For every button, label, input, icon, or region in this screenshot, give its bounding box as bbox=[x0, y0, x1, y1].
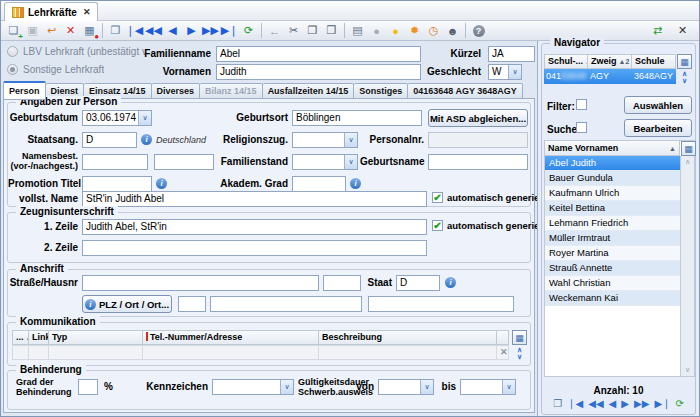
paste-icon[interactable]: ❒ bbox=[322, 22, 341, 40]
new-record-icon[interactable]: ❏+ bbox=[4, 22, 23, 40]
nav-prev-icon[interactable]: ◀ bbox=[609, 398, 617, 409]
name-list-item[interactable]: Lehmann Friedrich bbox=[545, 216, 680, 231]
delete-row-icon[interactable]: ✕ bbox=[500, 347, 508, 357]
komm-col-link[interactable]: Link bbox=[29, 330, 49, 345]
nav-col-zweig[interactable]: Zweig▲2 bbox=[588, 54, 632, 69]
staatsang-field[interactable]: D bbox=[82, 132, 137, 148]
komm-cell[interactable] bbox=[319, 345, 497, 360]
nav-prev-icon[interactable]: ◀ bbox=[163, 22, 182, 40]
religionszug-dropdown[interactable]: ∨ bbox=[292, 132, 358, 148]
namensbest-vor-field[interactable] bbox=[82, 154, 148, 170]
zeile2-field[interactable] bbox=[82, 240, 427, 256]
chevron-down-icon[interactable]: ∨ bbox=[508, 65, 521, 79]
checkbox-checked-icon[interactable]: ✔ bbox=[432, 192, 443, 203]
kuerzel-field[interactable]: JA bbox=[488, 46, 535, 62]
staat-field[interactable]: D bbox=[396, 275, 440, 291]
refresh-icon[interactable]: ⟳ bbox=[675, 398, 683, 409]
help-icon[interactable]: ? bbox=[469, 22, 488, 40]
alarm-icon[interactable]: ◷ bbox=[424, 22, 443, 40]
tab-04163648-agy-3648agy[interactable]: 04163648 AGY 3648AGY bbox=[408, 83, 523, 99]
chevron-down-icon[interactable]: ∨ bbox=[138, 111, 151, 125]
spin-down-icon[interactable]: ∨ bbox=[682, 77, 687, 84]
komm-col-typ[interactable]: Typ bbox=[49, 330, 143, 345]
tab-person[interactable]: Person bbox=[3, 81, 46, 100]
plz-field[interactable] bbox=[178, 296, 206, 312]
table-view-icon[interactable]: ▦ bbox=[512, 330, 527, 345]
nav-prev-fast-icon[interactable]: ◀◀ bbox=[588, 398, 603, 409]
komm-cell[interactable] bbox=[49, 345, 143, 360]
name-list-header[interactable]: Name Vornamen ▲ bbox=[545, 141, 680, 156]
table-view-icon[interactable]: ▦ bbox=[677, 54, 692, 69]
name-list-item[interactable]: Strauß Annette bbox=[545, 261, 680, 276]
chevron-down-icon[interactable]: ∨ bbox=[344, 133, 357, 147]
nav-last-icon[interactable]: ▶❘ bbox=[220, 22, 239, 40]
hausnr-field[interactable] bbox=[323, 275, 361, 291]
vollname-field[interactable]: StR'in Judith Abel bbox=[82, 191, 427, 207]
undo-icon[interactable]: ↩ bbox=[42, 22, 61, 40]
name-list-item[interactable]: Müller Irmtraut bbox=[545, 231, 680, 246]
document-tab-close-icon[interactable]: ✕ bbox=[83, 7, 91, 17]
name-list-item[interactable]: Bauer Gundula bbox=[545, 171, 680, 186]
tab-sonstiges[interactable]: Sonstiges bbox=[354, 83, 408, 99]
komm-cell[interactable] bbox=[29, 345, 49, 360]
nav-next-fast-icon[interactable]: ▶▶ bbox=[201, 22, 220, 40]
spin-up-icon[interactable]: ∧ bbox=[517, 346, 522, 353]
preview-icon[interactable]: ● bbox=[367, 22, 386, 40]
geburtsname-field[interactable] bbox=[428, 154, 528, 170]
nav-row-spinner[interactable]: ∧ ∨ bbox=[679, 70, 690, 84]
print-icon[interactable]: ▤ bbox=[348, 22, 367, 40]
auto-generieren-checkbox[interactable]: ✔ automatisch generieren bbox=[432, 220, 554, 231]
komm-col-sort[interactable]: ...▲ bbox=[12, 330, 29, 345]
back-arrow-icon[interactable]: ← bbox=[265, 22, 284, 40]
nav-col-schule[interactable]: Schule bbox=[632, 54, 676, 69]
grad-field[interactable] bbox=[78, 379, 98, 395]
auto-generieren-checkbox[interactable]: ✔ automatisch generieren bbox=[432, 192, 554, 203]
cut-icon[interactable]: ✂ bbox=[284, 22, 303, 40]
chevron-down-icon[interactable]: ∨ bbox=[420, 380, 433, 394]
copy-icon[interactable]: ❐ bbox=[303, 22, 322, 40]
komm-cell[interactable] bbox=[12, 345, 29, 360]
row-spinner[interactable]: ∧ ∨ bbox=[514, 346, 525, 360]
familienstand-dropdown[interactable]: ∨ bbox=[292, 154, 358, 170]
plz-ort-button[interactable]: i PLZ / Ort / Ort... bbox=[82, 295, 172, 313]
asd-abgleichen-button[interactable]: Mit ASD abgleichen... bbox=[428, 109, 528, 127]
name-list-item[interactable]: Kaufmann Ulrich bbox=[545, 186, 680, 201]
ort-field[interactable] bbox=[210, 296, 362, 312]
geburtsdatum-field[interactable]: 03.06.1974 ∨ bbox=[82, 110, 152, 126]
komm-col-beschreibung[interactable]: Beschreibung bbox=[319, 330, 497, 345]
bearbeiten-button[interactable]: Bearbeiten bbox=[624, 119, 692, 137]
kennzeichen-dropdown[interactable]: ∨ bbox=[212, 379, 294, 395]
nav-last-icon[interactable]: ▶❘ bbox=[654, 398, 670, 409]
name-list-item[interactable]: Abel Judith bbox=[545, 156, 680, 171]
save-icon[interactable]: ▣ bbox=[23, 22, 42, 40]
spin-down-icon[interactable]: ∨ bbox=[517, 353, 522, 360]
name-list-scrollbar[interactable]: ∧ ∨ bbox=[680, 156, 694, 376]
vornamen-field[interactable]: Judith bbox=[216, 64, 421, 80]
geschlecht-dropdown[interactable]: W ∨ bbox=[488, 64, 522, 80]
form-view-icon[interactable]: ❐ bbox=[553, 398, 562, 409]
nav-next-icon[interactable]: ▶ bbox=[182, 22, 201, 40]
switch-view-icon[interactable]: ⇄ bbox=[648, 22, 667, 40]
zeile1-field[interactable]: Judith Abel, StR'in bbox=[82, 219, 427, 235]
komm-cell[interactable] bbox=[143, 345, 319, 360]
chevron-down-icon[interactable]: ∨ bbox=[280, 380, 293, 394]
tab-bilanz-14-15[interactable]: Bilanz 14/15 bbox=[200, 83, 263, 99]
bis-dropdown[interactable]: ∨ bbox=[460, 379, 516, 395]
strasse-field[interactable] bbox=[82, 275, 319, 291]
nav-first-icon[interactable]: ❘◀ bbox=[125, 22, 144, 40]
table-view-icon[interactable]: ▦ bbox=[681, 141, 696, 156]
nav-first-icon[interactable]: ❘◀ bbox=[567, 398, 583, 409]
tip-icon[interactable]: ● bbox=[386, 22, 405, 40]
table-edit-icon[interactable]: ▦● bbox=[80, 22, 99, 40]
name-list-item[interactable]: Royer Martina bbox=[545, 246, 680, 261]
name-list-item[interactable]: Weckemann Kai bbox=[545, 291, 680, 306]
scroll-up-icon[interactable]: ∧ bbox=[685, 158, 690, 166]
nav-prev-fast-icon[interactable]: ◀◀ bbox=[144, 22, 163, 40]
name-list-item[interactable]: Keitel Bettina bbox=[545, 201, 680, 216]
chevron-down-icon[interactable]: ∨ bbox=[502, 380, 515, 394]
scroll-down-icon[interactable]: ∨ bbox=[685, 366, 690, 374]
promotion-titel-field[interactable] bbox=[82, 176, 152, 192]
akadem-grad-field[interactable] bbox=[292, 176, 346, 192]
refresh-icon[interactable]: ⟳ bbox=[239, 22, 258, 40]
user-lock-icon[interactable]: ☻ bbox=[443, 22, 462, 40]
